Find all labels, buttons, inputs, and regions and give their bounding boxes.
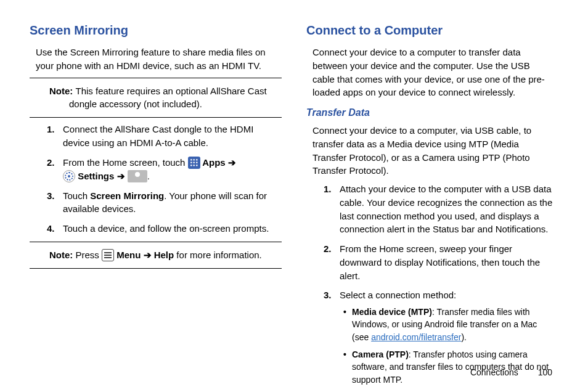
transfer-data-intro: Connect your device to a computer, via U… xyxy=(312,124,552,178)
connect-computer-heading: Connect to a Computer xyxy=(306,22,558,39)
step-3: Touch Screen Mirroring. Your phone will … xyxy=(63,189,282,216)
right-column: Connect to a Computer Connect your devic… xyxy=(306,22,558,392)
note-label: Note: xyxy=(49,250,76,260)
steps-list: Connect the AllShare Cast dongle to the … xyxy=(30,123,282,235)
connect-computer-intro: Connect your device to a computer to tra… xyxy=(312,46,552,99)
note-label: Note: xyxy=(49,86,76,96)
divider xyxy=(30,117,282,118)
divider xyxy=(30,78,282,78)
step-2: From the Home screen, touch Apps ➔ Setti… xyxy=(63,156,282,183)
transfer-step-1: Attach your device to the computer with … xyxy=(340,182,558,236)
step-4: Touch a device, and follow the on-screen… xyxy=(63,222,282,235)
filetransfer-link[interactable]: android.com/filetransfer xyxy=(371,332,461,342)
footer-page-number: 100 xyxy=(538,367,552,377)
transfer-steps-list: Attach your device to the computer with … xyxy=(306,182,558,386)
divider xyxy=(30,242,282,242)
note-block-1: Note: This feature requires an optional … xyxy=(30,82,282,114)
divider xyxy=(30,268,282,269)
screen-mirroring-intro: Use the Screen Mirroring feature to shar… xyxy=(36,46,276,73)
footer-section: Connections xyxy=(470,367,518,377)
connections-tab-icon xyxy=(128,170,147,182)
page-footer: Connections 100 xyxy=(470,366,552,378)
left-column: Screen Mirroring Use the Screen Mirrorin… xyxy=(30,22,282,392)
note-block-2: Note: Press Menu ➔ Help for more informa… xyxy=(30,246,282,264)
step-1: Connect the AllShare Cast dongle to the … xyxy=(63,123,282,150)
note-text: Note: This feature requires an optional … xyxy=(49,84,277,112)
transfer-data-subheading: Transfer Data xyxy=(306,105,558,120)
settings-icon xyxy=(63,170,75,182)
screen-mirroring-heading: Screen Mirroring xyxy=(30,22,282,39)
bullet-mtp: Media device (MTP): Transfer media files… xyxy=(343,306,555,343)
apps-icon xyxy=(188,157,200,169)
transfer-step-2: From the Home screen, sweep your finger … xyxy=(340,242,558,282)
menu-icon xyxy=(102,249,114,261)
note-text: Note: Press Menu ➔ Help for more informa… xyxy=(49,248,277,262)
document-columns: Screen Mirroring Use the Screen Mirrorin… xyxy=(30,22,558,392)
